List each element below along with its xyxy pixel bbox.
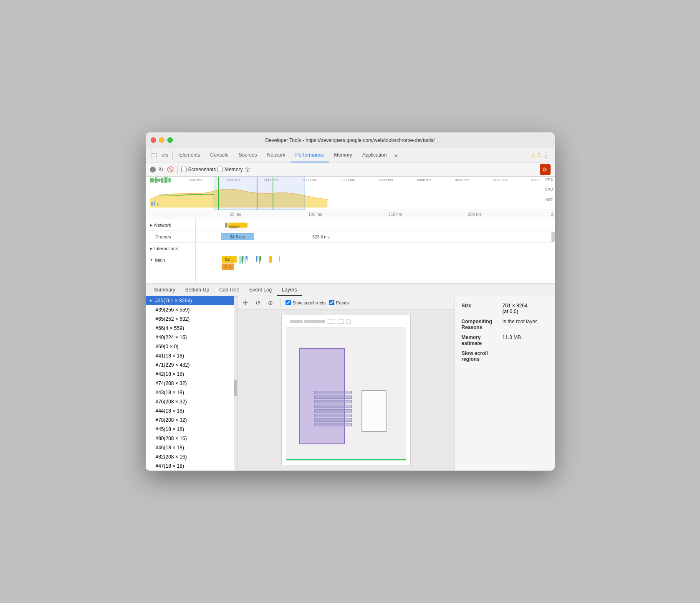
title-bar: Developer Tools - https://developers.goo…	[146, 132, 555, 148]
network-collapse-icon[interactable]: ▶	[150, 223, 153, 227]
size-values: 761 × 8264 (at 0,0)	[503, 303, 528, 314]
rotate-tool-icon[interactable]: ↺	[253, 298, 263, 307]
sep1	[177, 165, 178, 174]
screenshots-checkbox-input[interactable]	[181, 167, 187, 172]
list-bar	[314, 418, 352, 422]
tab-layers[interactable]: Layers	[277, 284, 302, 296]
layer-item[interactable]: #45(18 × 18)	[146, 425, 237, 434]
memory-checkbox-input[interactable]	[217, 167, 223, 172]
pan-tool-icon[interactable]: ✛	[241, 298, 250, 307]
tab-sources[interactable]: Sources	[234, 149, 262, 162]
ld-bar-1	[290, 320, 303, 323]
layer-item[interactable]: #43(18 × 18)	[146, 388, 237, 397]
svg-rect-2	[158, 179, 160, 182]
slow-scroll-checkbox[interactable]: Slow scroll rects	[286, 300, 326, 305]
tab-network[interactable]: Network	[262, 149, 291, 162]
warning-count: 2	[538, 152, 541, 158]
layer-item[interactable]: #44(18 × 18)	[146, 406, 237, 416]
close-button[interactable]	[151, 137, 156, 143]
layer-list-items	[314, 391, 352, 426]
main-content: Ev... F...I	[196, 254, 555, 284]
tab-bar: ⬚ ▭ Elements Console Sources Network Per…	[146, 148, 555, 162]
minimize-button[interactable]	[159, 137, 164, 143]
tab-call-tree[interactable]: Call Tree	[214, 284, 244, 296]
interactions-collapse-icon[interactable]: ▶	[150, 246, 153, 251]
layer-id: #66(4 × 559)	[156, 325, 184, 331]
frames-scrollbar[interactable]	[551, 232, 555, 242]
memory-label: Memory estimate	[462, 334, 499, 346]
tab-memory[interactable]: Memory	[329, 149, 357, 162]
device-icon[interactable]: ▭	[160, 150, 171, 161]
tab-performance[interactable]: Performance	[291, 149, 329, 162]
mini-bar	[245, 256, 245, 263]
mini-bar	[247, 256, 248, 261]
svg-rect-5	[168, 178, 170, 182]
inspect-icon[interactable]: ⬚	[149, 150, 160, 161]
diagram-inner-frame	[286, 327, 406, 461]
layer-item[interactable]: #42(18 × 18)	[146, 370, 237, 379]
layer-item[interactable]: #80(208 × 16)	[146, 434, 237, 443]
time-200ms: 200 ms	[435, 212, 515, 217]
tab-event-log[interactable]: Event Log	[244, 284, 277, 296]
svg-rect-3	[161, 178, 163, 183]
mini-bar	[279, 256, 280, 262]
tab-console[interactable]: Console	[205, 149, 234, 162]
clear-button[interactable]: 🚫	[167, 166, 174, 173]
blue-marker	[256, 219, 256, 231]
svg-rect-1	[154, 177, 157, 183]
slow-scroll-info-row: Slow scroll regions	[462, 350, 548, 362]
network-bar-1	[225, 223, 227, 228]
devtools-menu-icon[interactable]: ⋮	[541, 150, 551, 161]
settings-button[interactable]: ⚙	[540, 164, 551, 175]
layer-diagram	[281, 315, 411, 465]
memory-checkbox[interactable]: Memory	[217, 167, 243, 172]
delete-icon[interactable]: 🗑	[245, 166, 250, 173]
layer-item[interactable]: #66(4 × 559)	[146, 324, 237, 333]
mini-bar	[260, 256, 261, 261]
memory-info-row: Memory estimate 11.3 MB	[462, 334, 548, 346]
layers-list-scrollbar[interactable]	[234, 296, 237, 471]
layer-item[interactable]: #40(224 × 16)	[146, 333, 237, 342]
paints-checkbox-input[interactable]	[329, 300, 334, 305]
slow-scroll-label: Slow scroll rects	[293, 300, 326, 305]
overview-chart	[146, 177, 555, 210]
layers-view	[238, 309, 455, 471]
list-bar	[314, 395, 352, 399]
layer-item[interactable]: #82(208 × 16)	[146, 452, 237, 461]
layers-list-scrollbar-thumb[interactable]	[234, 380, 237, 396]
layer-item[interactable]: #41(18 × 18)	[146, 351, 237, 360]
layer-item[interactable]: #76(208 × 32)	[146, 397, 237, 406]
tab-bottom-up[interactable]: Bottom-Up	[180, 284, 214, 296]
main-item-ev: Ev...	[222, 256, 237, 263]
warning-icon: ⚠	[531, 152, 536, 159]
layer-item[interactable]: #65(252 × 632)	[146, 314, 237, 324]
window-title: Developer Tools - https://developers.goo…	[265, 137, 435, 143]
screenshots-checkbox[interactable]: Screenshots	[181, 167, 216, 172]
layer-item[interactable]: #69(0 × 0)	[146, 342, 237, 351]
record-button[interactable]	[150, 167, 156, 172]
reload-button[interactable]: ↻	[157, 166, 165, 173]
time-150ms: 150 ms	[355, 212, 435, 217]
tab-summary[interactable]: Summary	[149, 284, 180, 296]
layer-item[interactable]: ▼#25(761 × 8264)	[146, 296, 237, 305]
mini-bar	[242, 256, 243, 263]
paints-checkbox[interactable]: Paints	[329, 300, 349, 305]
main-collapse-icon[interactable]: ▼	[150, 258, 154, 262]
layer-item[interactable]: #71(229 × 482)	[146, 360, 237, 370]
mini-bar-group-3	[279, 256, 280, 262]
tab-more[interactable]: »	[392, 152, 400, 159]
move-tool-icon[interactable]: ⊕	[266, 298, 275, 307]
slow-scroll-checkbox-input[interactable]	[286, 300, 291, 305]
frame-time-2: 523.8 ms	[313, 233, 330, 240]
time-100ms: 100 ms	[275, 212, 355, 217]
layer-item[interactable]: #74(208 × 32)	[146, 379, 237, 388]
mini-bar	[241, 256, 242, 262]
layer-item[interactable]: #47(18 × 18)	[146, 461, 237, 471]
layer-item[interactable]: #78(208 × 32)	[146, 416, 237, 425]
tab-elements[interactable]: Elements	[174, 149, 205, 162]
tab-application[interactable]: Application	[357, 149, 392, 162]
maximize-button[interactable]	[167, 137, 173, 143]
layer-item[interactable]: #46(18 × 18)	[146, 443, 237, 452]
frames-content: 34.8 ms 523.8 ms	[196, 231, 555, 242]
layer-item[interactable]: #39(256 × 559)	[146, 305, 237, 314]
